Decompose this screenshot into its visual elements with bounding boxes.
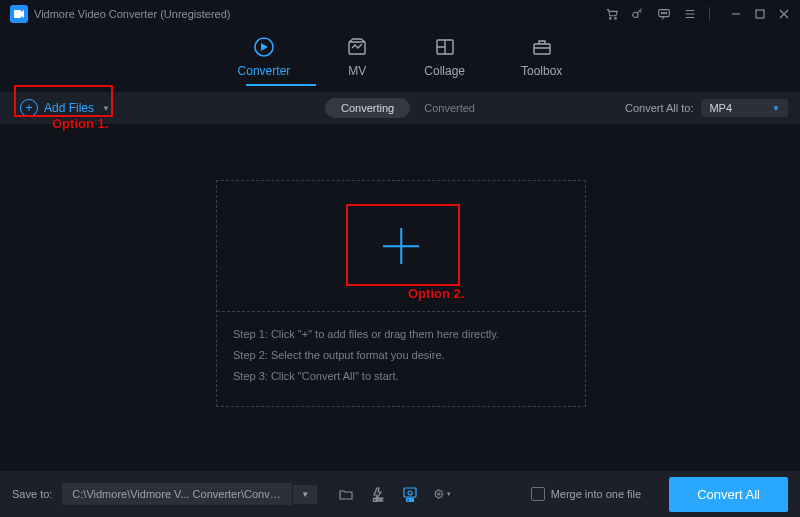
svg-point-1 bbox=[609, 18, 611, 20]
svg-rect-8 bbox=[756, 10, 764, 18]
svg-point-18 bbox=[438, 493, 440, 495]
instructions: Step 1: Click "+" to add files or drag t… bbox=[217, 312, 585, 399]
checkbox-icon bbox=[531, 487, 545, 501]
svg-point-5 bbox=[661, 13, 662, 14]
svg-rect-10 bbox=[349, 42, 365, 54]
menu-icon[interactable] bbox=[683, 7, 695, 21]
close-button[interactable] bbox=[778, 8, 790, 20]
step-2-text: Step 2: Select the output format you des… bbox=[233, 345, 569, 366]
drop-zone[interactable] bbox=[217, 181, 585, 312]
open-folder-icon[interactable] bbox=[337, 485, 355, 503]
mv-icon bbox=[346, 36, 368, 58]
step-3-text: Step 3: Click "Convert All" to start. bbox=[233, 366, 569, 387]
step-1-text: Step 1: Click "+" to add files or drag t… bbox=[233, 324, 569, 345]
svg-point-2 bbox=[615, 18, 617, 20]
converted-tab[interactable]: Converted bbox=[424, 102, 475, 114]
convert-all-to-label: Convert All to: bbox=[625, 102, 693, 114]
hw-accel-icon[interactable]: OFF bbox=[369, 485, 387, 503]
svg-point-15 bbox=[408, 491, 412, 495]
tab-converter[interactable]: Converter bbox=[238, 36, 291, 78]
tab-label: Converter bbox=[238, 64, 291, 78]
svg-text:OFF: OFF bbox=[373, 497, 383, 502]
add-files-button[interactable]: + Add Files ▼ bbox=[12, 96, 118, 120]
maximize-button[interactable] bbox=[754, 8, 766, 20]
bottom-bar: Save to: C:\Vidmore\Vidmore V... Convert… bbox=[0, 471, 800, 517]
convert-all-button[interactable]: Convert All bbox=[669, 477, 788, 512]
chevron-down-icon: ▼ bbox=[772, 104, 780, 113]
save-path-field[interactable]: C:\Vidmore\Vidmore V... Converter\Conver… bbox=[62, 483, 292, 505]
big-plus-icon bbox=[383, 228, 419, 264]
high-speed-icon[interactable]: ON bbox=[401, 485, 419, 503]
tab-label: Collage bbox=[424, 64, 465, 78]
app-title: Vidmore Video Converter (Unregistered) bbox=[34, 8, 230, 20]
save-path-dropdown[interactable]: ▼ bbox=[293, 485, 317, 504]
cart-icon[interactable] bbox=[605, 7, 617, 21]
app-logo bbox=[10, 5, 28, 23]
merge-label: Merge into one file bbox=[551, 488, 642, 500]
key-icon[interactable] bbox=[631, 7, 643, 21]
toolbox-icon bbox=[531, 36, 553, 58]
svg-rect-12 bbox=[534, 44, 550, 54]
chevron-down-icon: ▼ bbox=[102, 104, 110, 113]
tab-toolbox[interactable]: Toolbox bbox=[521, 36, 562, 78]
titlebar: Vidmore Video Converter (Unregistered) bbox=[0, 0, 800, 24]
format-selected: MP4 bbox=[709, 102, 732, 114]
minimize-button[interactable] bbox=[730, 8, 742, 20]
settings-icon[interactable]: ▾ bbox=[433, 485, 451, 503]
tab-label: MV bbox=[348, 64, 366, 78]
sub-toolbar: + Add Files ▼ Converting Converted Conve… bbox=[0, 92, 800, 124]
tab-collage[interactable]: Collage bbox=[424, 36, 465, 78]
svg-point-6 bbox=[663, 13, 664, 14]
svg-rect-0 bbox=[14, 10, 21, 18]
svg-text:ON: ON bbox=[407, 497, 415, 502]
output-format-dropdown[interactable]: MP4 ▼ bbox=[701, 99, 788, 117]
merge-checkbox[interactable]: Merge into one file bbox=[531, 487, 642, 501]
add-files-label: Add Files bbox=[44, 101, 94, 115]
svg-point-7 bbox=[666, 13, 667, 14]
save-to-label: Save to: bbox=[12, 488, 52, 500]
tab-label: Toolbox bbox=[521, 64, 562, 78]
collage-icon bbox=[434, 36, 456, 58]
svg-rect-14 bbox=[404, 488, 416, 497]
main-nav: Converter MV Collage Toolbox bbox=[0, 36, 800, 78]
converter-icon bbox=[253, 36, 275, 58]
converting-tab[interactable]: Converting bbox=[325, 98, 410, 118]
feedback-icon[interactable] bbox=[657, 7, 669, 21]
tab-mv[interactable]: MV bbox=[346, 36, 368, 78]
drop-stage: Step 1: Click "+" to add files or drag t… bbox=[216, 180, 586, 407]
plus-circle-icon: + bbox=[20, 99, 38, 117]
